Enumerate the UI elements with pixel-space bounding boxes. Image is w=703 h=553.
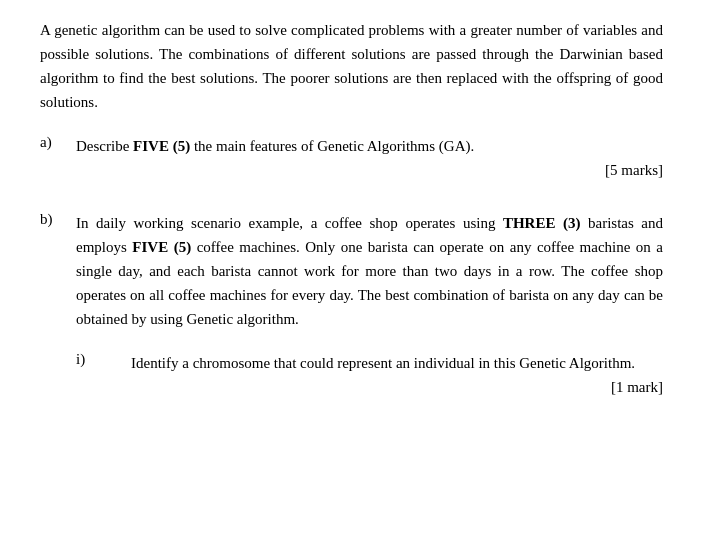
sub-question-i-block: i) Identify a chromosome that could repr…	[76, 351, 663, 396]
intro-paragraph: A genetic algorithm can be used to solve…	[40, 18, 663, 114]
question-a-label: a)	[40, 134, 76, 151]
question-a-marks: [5 marks]	[40, 162, 663, 179]
sub-question-i-label: i)	[76, 351, 131, 368]
question-b-text: In daily working scenario example, a cof…	[76, 211, 663, 331]
question-b-label: b)	[40, 211, 76, 228]
question-a-block: a) Describe FIVE (5) the main features o…	[40, 134, 663, 179]
sub-question-i-marks: [1 mark]	[76, 379, 663, 396]
sub-question-i-text: Identify a chromosome that could represe…	[131, 351, 663, 375]
question-a-text: Describe FIVE (5) the main features of G…	[76, 134, 663, 158]
question-b-block: b) In daily working scenario example, a …	[40, 211, 663, 396]
